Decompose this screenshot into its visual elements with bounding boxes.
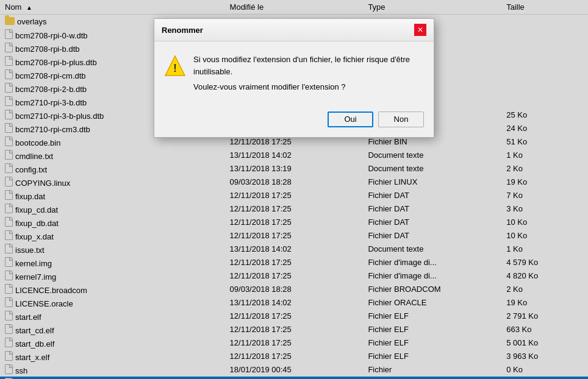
dialog-body: ! Si vous modifiez l'extension d'un fich… — [154, 41, 434, 137]
svg-text:!: ! — [173, 62, 177, 74]
warning-icon: ! — [164, 54, 186, 79]
dialog-close-button[interactable]: ✕ — [414, 24, 426, 36]
dialog-message1: Si vous modifiez l'extension d'un fichie… — [193, 54, 424, 77]
dialog-titlebar: Renommer ✕ — [154, 19, 434, 41]
dialog-buttons: Oui Non — [164, 112, 424, 127]
non-button[interactable]: Non — [378, 112, 424, 127]
dialog-title: Renommer — [162, 26, 203, 35]
file-explorer: Nom ▲ Modifié le Type Taille overlays13/… — [0, 0, 588, 379]
oui-button[interactable]: Oui — [328, 112, 373, 127]
rename-dialog: Renommer ✕ ! Si vous modifiez l'extensio… — [154, 18, 434, 138]
dialog-message2: Voulez-vous vraiment modifier l'extensio… — [193, 81, 424, 93]
dialog-content: ! Si vous modifiez l'extension d'un fich… — [164, 54, 424, 97]
dialog-overlay: Renommer ✕ ! Si vous modifiez l'extensio… — [0, 0, 588, 379]
dialog-text: Si vous modifiez l'extension d'un fichie… — [193, 54, 424, 97]
